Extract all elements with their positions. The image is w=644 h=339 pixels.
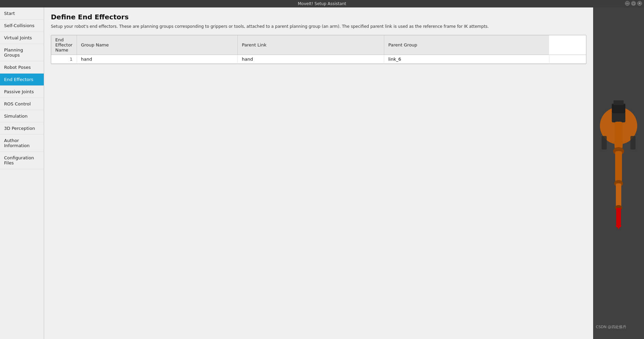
sidebar: Start Self-Collisions Virtual Joints Pla…: [0, 7, 44, 339]
sidebar-item-virtual-joints[interactable]: Virtual Joints: [0, 32, 44, 44]
col-header-parent-group: Parent Group: [384, 35, 549, 55]
sidebar-item-start[interactable]: Start: [0, 7, 44, 20]
svg-rect-13: [613, 100, 624, 105]
close-button[interactable]: ✕: [637, 1, 642, 6]
svg-rect-8: [616, 208, 621, 225]
parent-link-cell: link_6: [384, 55, 549, 63]
sidebar-item-ros-control[interactable]: ROS Control: [0, 98, 44, 110]
svg-rect-11: [630, 136, 636, 149]
end-effector-name-cell: hand: [77, 55, 238, 63]
robot-svg: [595, 85, 642, 255]
svg-rect-6: [616, 183, 621, 207]
window-controls[interactable]: — □ ✕: [625, 1, 642, 6]
end-effectors-table-container: End Effector Name Group Name Parent Link…: [51, 35, 586, 64]
end-effectors-table: End Effector Name Group Name Parent Link…: [51, 35, 586, 64]
svg-rect-2: [614, 122, 623, 149]
robot-background: [593, 7, 644, 332]
page-title: Define End Effectors: [51, 13, 586, 21]
window-title: MoveIt! Setup Assistant: [298, 1, 346, 6]
svg-rect-10: [602, 136, 607, 149]
sidebar-item-passive-joints[interactable]: Passive Joints: [0, 86, 44, 98]
table-row[interactable]: 1 hand hand link_6: [51, 55, 586, 63]
title-bar: MoveIt! Setup Assistant — □ ✕: [0, 0, 644, 7]
sidebar-item-simulation[interactable]: Simulation: [0, 110, 44, 122]
app-container: Start Self-Collisions Virtual Joints Pla…: [0, 7, 644, 339]
sidebar-item-end-effectors[interactable]: End Effectors: [0, 74, 44, 86]
svg-rect-4: [615, 151, 622, 182]
col-header-end-effector-name: End Effector Name: [51, 35, 77, 55]
sidebar-item-robot-poses[interactable]: Robot Poses: [0, 61, 44, 74]
page-description: Setup your robot's end effectors. These …: [51, 24, 586, 29]
sidebar-item-3d-perception[interactable]: 3D Perception: [0, 122, 44, 135]
parent-group-cell: [549, 55, 586, 63]
main-content: Define End Effectors Setup your robot's …: [44, 7, 593, 339]
sidebar-item-self-collisions[interactable]: Self-Collisions: [0, 20, 44, 32]
svg-rect-12: [612, 104, 625, 113]
col-header-group-name: Group Name: [77, 35, 238, 55]
sidebar-item-planning-groups[interactable]: Planning Groups: [0, 44, 44, 61]
col-header-parent-link: Parent Link: [238, 35, 384, 55]
sidebar-item-configuration-files[interactable]: Configuration Files: [0, 152, 44, 169]
robot-viewer: CSDN @四处炼丹: [593, 7, 644, 332]
group-name-cell: hand: [238, 55, 384, 63]
table-header-row: End Effector Name Group Name Parent Link…: [51, 35, 586, 55]
sidebar-item-author-information[interactable]: Author Information: [0, 135, 44, 152]
minimize-button[interactable]: —: [625, 1, 630, 6]
content-area: Define End Effectors Setup your robot's …: [44, 7, 593, 339]
maximize-button[interactable]: □: [631, 1, 636, 6]
svg-rect-1: [612, 112, 625, 122]
row-index: 1: [51, 55, 77, 63]
csdn-watermark: CSDN @四处炼丹: [596, 324, 626, 330]
robot-panel: CSDN @四处炼丹: [593, 7, 644, 339]
